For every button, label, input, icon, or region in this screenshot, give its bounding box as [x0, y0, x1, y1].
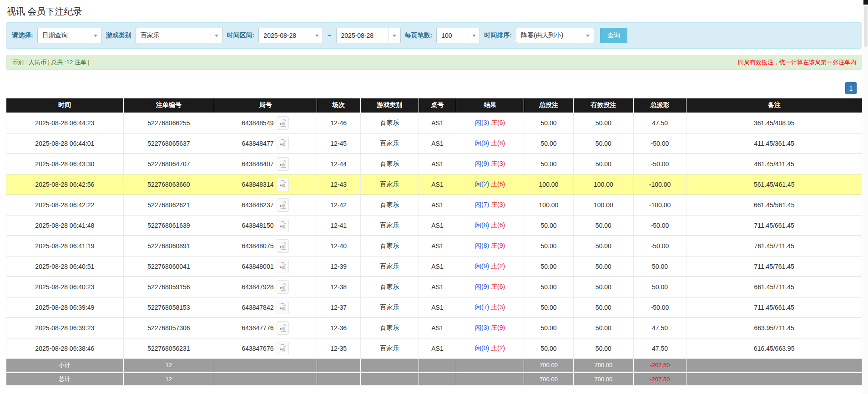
round-group: 643848150 — [242, 219, 289, 232]
cell-time: 2025-08-28 06:40:23 — [6, 276, 124, 297]
pagination-page-1[interactable]: 1 — [845, 82, 857, 94]
sort-order-label: 时间排序: — [484, 31, 512, 40]
result-player: 闲(9) — [475, 283, 489, 290]
cell-table-id: AS1 — [419, 256, 456, 276]
result-banker: 庄(6) — [491, 180, 505, 188]
video-replay-icon[interactable] — [277, 260, 289, 273]
video-replay-icon[interactable] — [277, 157, 289, 171]
page-size-select[interactable]: 100 — [436, 28, 480, 43]
date-to-value: 2025-08-28 — [337, 32, 378, 39]
cell-session: 12-41 — [317, 215, 360, 235]
cell-total-bet[interactable]: 50.00 — [524, 256, 573, 276]
round-group: 643847928 — [242, 280, 289, 294]
round-number: 643848314 — [242, 181, 273, 188]
cell-bet-id: 522768061639 — [123, 215, 214, 235]
video-replay-icon[interactable] — [277, 116, 289, 130]
date-from-select[interactable]: 2025-08-28 — [258, 28, 323, 43]
cell-bet-id: 522768058153 — [123, 297, 214, 317]
total-row-count: 12 — [123, 372, 214, 386]
video-replay-icon[interactable] — [277, 178, 289, 191]
result-player: 闲(9) — [475, 160, 489, 167]
cell-time: 2025-08-28 06:44:23 — [6, 113, 124, 133]
vertical-scrollbar[interactable] — [863, 0, 868, 394]
cell-total-bet[interactable]: 50.00 — [524, 154, 573, 174]
table-row: 2025-08-28 06:41:19522768060891643848075… — [6, 235, 862, 256]
pagination: 1 — [6, 82, 857, 94]
search-button[interactable]: 查询 — [600, 28, 627, 43]
video-replay-icon[interactable] — [277, 301, 289, 314]
round-group: 643848407 — [242, 157, 289, 171]
video-replay-icon[interactable] — [277, 321, 289, 335]
game-type-value: 百家乐 — [136, 31, 164, 40]
cell-round: 643848001 — [214, 256, 317, 276]
cell-result: 闲(0) 庄(2) — [456, 338, 524, 358]
cell-table-id: AS1 — [419, 317, 456, 338]
cell-bet-id: 522768060041 — [123, 256, 214, 276]
cell-table-id: AS1 — [419, 154, 456, 174]
cell-round: 643848477 — [214, 133, 317, 154]
cell-total-bet[interactable]: 50.00 — [524, 297, 573, 317]
cell-time: 2025-08-28 06:41:48 — [6, 215, 124, 235]
cell-bet-id: 522768057306 — [123, 317, 214, 338]
total-row-game — [360, 372, 419, 386]
subtotal-row-valid-bet: 700.00 — [574, 358, 634, 372]
subtotal-row-session — [317, 358, 360, 372]
cell-remark: 616.45/663.95 — [686, 338, 862, 358]
result-player: 闲(3) — [475, 119, 489, 126]
table-row: 2025-08-28 06:41:48522768061639643848150… — [6, 215, 862, 235]
video-replay-icon[interactable] — [277, 198, 289, 212]
result-player: 闲(8) — [475, 242, 489, 249]
cell-remark: 361.45/408.95 — [686, 113, 862, 133]
table-row: 2025-08-28 06:40:51522768060041643848001… — [6, 256, 862, 276]
sort-order-select[interactable]: 降幂(由大到小) — [516, 28, 594, 43]
cell-time: 2025-08-28 06:40:51 — [6, 256, 124, 276]
round-number: 643848237 — [242, 201, 273, 209]
query-type-label: 请选择: — [12, 31, 33, 40]
col-header-4: 游戏类别 — [360, 98, 419, 113]
video-replay-icon[interactable] — [277, 239, 289, 253]
cell-total-bet[interactable]: 50.00 — [524, 235, 573, 256]
chevron-down-icon — [389, 28, 400, 43]
notice-text: 同局有效投注，统一计算在该局第一张注单内 — [738, 58, 856, 67]
scrollbar-thumb[interactable] — [864, 6, 868, 47]
total-row-result — [456, 372, 524, 386]
query-type-select[interactable]: 日期查询 — [37, 28, 102, 43]
col-header-1: 注单编号 — [123, 98, 214, 113]
cell-total-bet[interactable]: 100.00 — [524, 194, 573, 215]
cell-bet-id: 522768059156 — [123, 276, 214, 297]
cell-total-bet[interactable]: 50.00 — [524, 276, 573, 297]
date-to-select[interactable]: 2025-08-28 — [336, 28, 401, 43]
cell-total-bet[interactable]: 50.00 — [524, 113, 573, 133]
cell-time: 2025-08-28 06:41:19 — [6, 235, 124, 256]
subtotal-row-game — [360, 358, 419, 372]
subtotal-row-remark — [686, 358, 862, 372]
cell-session: 12-44 — [317, 154, 360, 174]
date-from-value: 2025-08-28 — [259, 32, 301, 39]
cell-time: 2025-08-28 06:39:23 — [6, 317, 124, 338]
cell-total-bet[interactable]: 100.00 — [524, 174, 573, 194]
video-replay-icon[interactable] — [277, 342, 289, 355]
game-type-select[interactable]: 百家乐 — [136, 28, 223, 43]
cell-round: 643848407 — [214, 154, 317, 174]
cell-valid-bet: 100.00 — [574, 194, 634, 215]
video-replay-icon[interactable] — [277, 219, 289, 232]
total-row-total-bet: 700.00 — [524, 372, 573, 386]
cell-total-bet[interactable]: 50.00 — [524, 317, 573, 338]
video-replay-icon[interactable] — [277, 137, 289, 150]
result-banker: 庄(2) — [491, 262, 505, 270]
round-group: 643848075 — [242, 239, 289, 253]
cell-total-bet[interactable]: 50.00 — [524, 133, 573, 154]
cell-remark: 711.45/661.45 — [686, 297, 862, 317]
video-replay-icon[interactable] — [277, 280, 289, 294]
round-group: 643848549 — [242, 116, 289, 130]
cell-total-bet[interactable]: 50.00 — [524, 338, 573, 358]
cell-game-type: 百家乐 — [360, 154, 419, 174]
scrollbar-up-button[interactable] — [863, 0, 868, 5]
round-number: 643847776 — [242, 324, 273, 332]
cell-result: 闲(2) 庄(6) — [456, 174, 524, 194]
result-banker: 庄(3) — [491, 303, 505, 311]
cell-valid-bet: 50.00 — [574, 113, 634, 133]
page-size-label: 每页笔数: — [405, 31, 433, 40]
total-row-round — [214, 372, 317, 386]
cell-total-bet[interactable]: 50.00 — [524, 215, 573, 235]
